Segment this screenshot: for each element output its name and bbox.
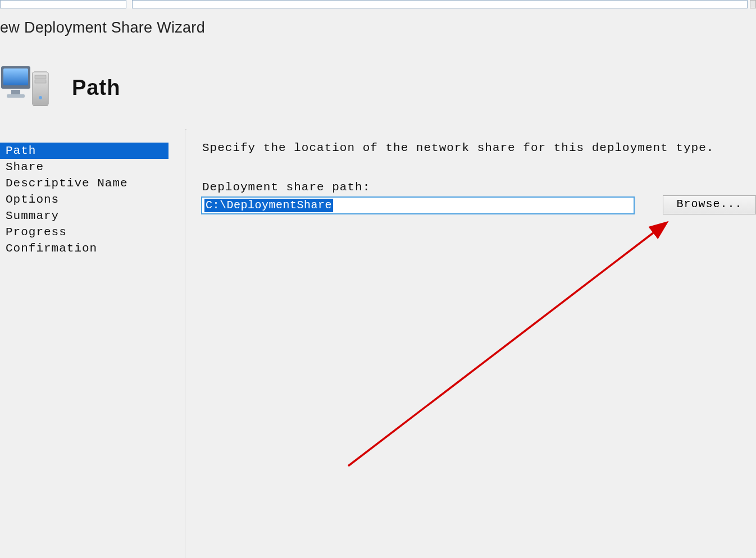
wizard-step-summary[interactable]: Summary <box>0 208 185 224</box>
wizard-main-panel: Specify the location of the network shar… <box>186 129 756 558</box>
svg-rect-1 <box>3 68 28 85</box>
wizard-step-descriptive-name[interactable]: Descriptive Name <box>0 175 185 191</box>
deployment-share-path-input[interactable]: C:\DeploymentShare <box>201 196 635 214</box>
wizard-step-options[interactable]: Options <box>0 191 185 208</box>
instruction-text: Specify the location of the network shar… <box>202 141 714 154</box>
wizard-title: ew Deployment Share Wizard <box>0 19 205 36</box>
svg-point-7 <box>39 96 42 99</box>
svg-rect-3 <box>7 94 25 98</box>
svg-rect-5 <box>35 75 46 79</box>
wizard-steps-sidebar: Path Share Descriptive Name Options Summ… <box>0 129 185 558</box>
top-frame <box>0 0 756 8</box>
wizard-step-path[interactable]: Path <box>0 143 168 159</box>
top-frame-segment <box>0 0 126 8</box>
wizard-step-share[interactable]: Share <box>0 159 185 175</box>
svg-rect-2 <box>11 90 20 94</box>
browse-button[interactable]: Browse... <box>663 195 756 214</box>
wizard-step-confirmation[interactable]: Confirmation <box>0 240 185 257</box>
page-heading: Path <box>72 76 120 100</box>
top-frame-segment <box>132 0 748 8</box>
deployment-icon <box>0 61 51 111</box>
top-frame-segment <box>750 0 756 8</box>
svg-rect-6 <box>35 80 46 83</box>
deployment-share-path-value: C:\DeploymentShare <box>204 199 333 212</box>
wizard-step-progress[interactable]: Progress <box>0 224 185 240</box>
path-field-label: Deployment share path: <box>202 181 370 194</box>
